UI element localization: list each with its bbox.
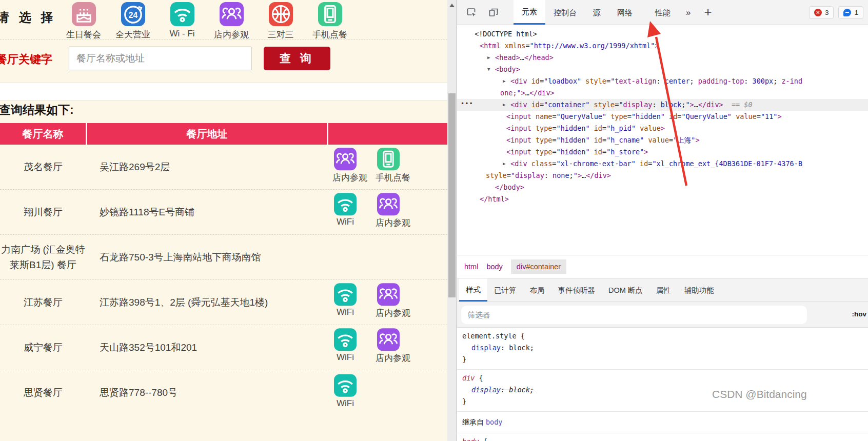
- dom-tree-line[interactable]: <input type="hidden" id="h_cname" value=…: [457, 134, 868, 146]
- dom-line-gutter: •••: [461, 98, 474, 110]
- category-label: 三对三: [262, 29, 300, 41]
- feature-label: WiFi: [332, 398, 358, 409]
- restaurant-page: 请 选 择 生日餐会24全天营业Wi - Fi店内参观三对三手机点餐 餐厅关键字…: [0, 0, 447, 441]
- dom-tree-line[interactable]: </body>: [457, 182, 868, 193]
- feature-item[interactable]: WiFi: [332, 193, 358, 229]
- devtools-tab-源[interactable]: 源: [585, 0, 609, 25]
- category-item[interactable]: 店内参观: [212, 2, 250, 41]
- page-scrollbar[interactable]: [447, 0, 457, 441]
- panel-tab-DOM 断点[interactable]: DOM 断点: [602, 278, 649, 302]
- panel-tab-事件侦听器[interactable]: 事件侦听器: [551, 278, 602, 302]
- category-item[interactable]: 生日餐会: [65, 2, 103, 41]
- devtools-tab-网络[interactable]: 网络: [609, 0, 641, 25]
- dom-tree-line[interactable]: ▶<div class="xl-chrome-ext-bar" id="xl_c…: [457, 158, 868, 170]
- search-input[interactable]: [69, 47, 251, 70]
- wifi-icon: [334, 374, 357, 397]
- search-button[interactable]: 查 询: [264, 47, 330, 70]
- table-row: 茂名餐厅吴江路269号2层店内参观手机点餐: [0, 145, 447, 190]
- feature-item[interactable]: 手机点餐: [376, 148, 401, 184]
- breadcrumb: htmlbodydiv#container: [457, 255, 868, 278]
- message-bubble-icon: [843, 9, 851, 16]
- expand-arrow-icon[interactable]: ▶: [503, 99, 505, 111]
- restaurant-name: 力南广场 (汇金奥特莱斯B1层) 餐厅: [0, 235, 86, 279]
- category-item[interactable]: 24全天营业: [114, 2, 152, 41]
- category-label: 生日餐会: [65, 29, 103, 41]
- add-tab-button[interactable]: +: [698, 0, 718, 25]
- wifi-icon: [334, 283, 357, 306]
- table-row: 江苏餐厅江苏路398号1、2层 (舜元弘基天地1楼)WiFi店内参观: [0, 280, 447, 325]
- restaurant-name: 江苏餐厅: [0, 280, 86, 325]
- css-rule[interactable]: element.style {display: block;}: [457, 328, 868, 370]
- dom-tree-line[interactable]: <input name="QueryValue" type="hidden" i…: [457, 111, 868, 123]
- device-toolbar-icon[interactable]: [486, 6, 501, 19]
- category-label: Wi - Fi: [163, 29, 201, 39]
- panel-tab-样式[interactable]: 样式: [459, 278, 487, 302]
- css-declaration[interactable]: display: block;: [462, 384, 868, 396]
- error-count-badge[interactable]: ✕ 3: [809, 6, 834, 19]
- dom-tree-line[interactable]: style="display: none;">…</div>: [457, 170, 868, 182]
- feature-item[interactable]: 店内参观: [376, 328, 401, 364]
- panel-tab-属性[interactable]: 属性: [649, 278, 678, 302]
- feature-item[interactable]: WiFi: [332, 328, 358, 364]
- feature-list: WiFi店内参观: [332, 283, 401, 319]
- breadcrumb-item-body[interactable]: body: [486, 263, 502, 271]
- category-item[interactable]: 三对三: [262, 2, 300, 41]
- expand-arrow-icon[interactable]: ▶: [487, 52, 490, 64]
- message-count-badge[interactable]: 1: [838, 6, 863, 19]
- dom-tree-line[interactable]: <!DOCTYPE html>: [457, 28, 868, 40]
- dom-tree-line[interactable]: •••▶<div id="container" style="display: …: [457, 99, 868, 111]
- feature-list: WiFi: [332, 374, 358, 409]
- inherited-from-link[interactable]: body: [486, 418, 503, 426]
- clock-24-icon: 24: [121, 2, 145, 26]
- breadcrumb-item-selected[interactable]: div#container: [511, 259, 566, 274]
- feature-label: WiFi: [332, 307, 358, 317]
- restaurant-address: 天山路352号101和201: [100, 341, 320, 354]
- devtools-toolbar: 元素控制台源网络性能 » + ✕ 3 1: [457, 0, 868, 25]
- devtools-tab-控制台[interactable]: 控制台: [545, 0, 585, 25]
- dom-tree-line[interactable]: <html xmlns="http://www.w3.org/1999/xhtm…: [457, 40, 868, 52]
- panel-tab-已计算[interactable]: 已计算: [487, 278, 523, 302]
- scrollbar-thumb[interactable]: [448, 93, 456, 297]
- dom-tree-line[interactable]: ▶<head>…</head>: [457, 52, 868, 64]
- keyword-label: 餐厅关键字: [0, 52, 52, 67]
- table-header-row: 餐厅名称 餐厅地址: [0, 123, 447, 145]
- feature-item[interactable]: 店内参观: [376, 193, 401, 229]
- feature-item[interactable]: WiFi: [332, 283, 358, 319]
- wifi-icon: [334, 328, 357, 351]
- devtools-tab-性能[interactable]: 性能: [647, 0, 679, 25]
- breadcrumb-item-html[interactable]: html: [464, 263, 478, 271]
- feature-item[interactable]: 店内参观: [376, 283, 401, 319]
- more-tabs-button[interactable]: »: [679, 0, 698, 25]
- wifi-icon: [170, 2, 194, 26]
- dom-tree-line[interactable]: one;">…</div>: [457, 87, 868, 99]
- inspect-element-icon[interactable]: [464, 6, 479, 19]
- css-declaration[interactable]: display: block;: [462, 342, 868, 354]
- dom-tree-line[interactable]: ▶<div id="loadbox" style="text-align: ce…: [457, 75, 868, 87]
- dom-tree-line[interactable]: ▼<body>: [457, 64, 868, 75]
- dom-tree-line[interactable]: </html>: [457, 193, 868, 205]
- feature-label: 店内参观: [376, 217, 401, 229]
- feature-item[interactable]: 店内参观: [332, 148, 358, 184]
- white-band: [0, 83, 447, 101]
- error-icon: ✕: [814, 9, 822, 16]
- styles-filter-input[interactable]: [461, 306, 807, 324]
- panel-tab-辅助功能[interactable]: 辅助功能: [678, 278, 721, 302]
- expand-arrow-icon[interactable]: ▶: [503, 75, 505, 87]
- panel-tab-布局[interactable]: 布局: [523, 278, 551, 302]
- people-icon: [377, 193, 400, 215]
- category-item[interactable]: Wi - Fi: [163, 2, 201, 41]
- category-item[interactable]: 手机点餐: [311, 2, 349, 41]
- expand-arrow-icon[interactable]: ▶: [503, 158, 505, 170]
- devtools-tab-元素[interactable]: 元素: [514, 0, 545, 25]
- css-rule[interactable]: body {: [457, 433, 868, 441]
- feature-item[interactable]: WiFi: [332, 374, 358, 409]
- dom-tree-line[interactable]: <input type="hidden" id="h_pid" value>: [457, 123, 868, 134]
- scrollbar-up-arrow-icon[interactable]: [449, 4, 455, 7]
- header-actions: [328, 123, 447, 145]
- results-title: 查询结果如下:: [0, 102, 74, 118]
- collapse-arrow-icon[interactable]: ▼: [487, 64, 490, 75]
- toggle-hover-state-button[interactable]: :hov: [852, 310, 867, 318]
- restaurant-name: 茂名餐厅: [0, 145, 86, 189]
- restaurant-address: 江苏路398号1、2层 (舜元弘基天地1楼): [100, 296, 320, 309]
- dom-tree-line[interactable]: <input type="hidden" id="h_store">: [457, 146, 868, 158]
